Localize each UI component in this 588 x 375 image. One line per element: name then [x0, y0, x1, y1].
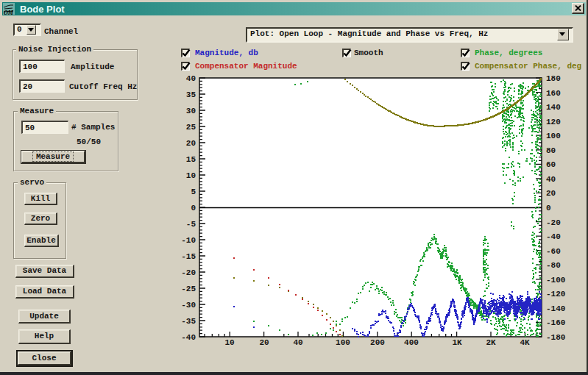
- svg-text:-35: -35: [181, 317, 196, 326]
- svg-text:25: 25: [186, 123, 196, 132]
- svg-text:80: 80: [546, 146, 556, 155]
- svg-text:-10: -10: [181, 236, 196, 245]
- svg-text:-20: -20: [546, 218, 561, 227]
- svg-text:-80: -80: [546, 261, 561, 270]
- svg-text:20: 20: [546, 189, 556, 198]
- svg-text:400: 400: [404, 338, 419, 347]
- svg-text:-5: -5: [186, 220, 196, 229]
- svg-text:-60: -60: [546, 247, 561, 256]
- svg-text:20: 20: [186, 139, 196, 148]
- svg-text:-40: -40: [546, 232, 561, 241]
- svg-text:20: 20: [259, 338, 269, 347]
- svg-text:-120: -120: [546, 290, 565, 299]
- svg-text:-180: -180: [546, 333, 565, 342]
- svg-text:-15: -15: [181, 252, 196, 261]
- svg-text:200: 200: [370, 338, 385, 347]
- svg-text:0: 0: [546, 204, 551, 213]
- svg-text:30: 30: [186, 107, 196, 115]
- svg-text:100: 100: [546, 132, 561, 140]
- svg-text:100: 100: [336, 338, 350, 347]
- svg-text:-30: -30: [181, 301, 196, 310]
- svg-text:-160: -160: [546, 318, 565, 327]
- svg-text:40: 40: [186, 74, 196, 83]
- svg-text:60: 60: [546, 160, 556, 169]
- svg-text:35: 35: [186, 90, 196, 99]
- svg-text:-40: -40: [181, 333, 196, 342]
- svg-text:2K: 2K: [486, 338, 496, 347]
- svg-text:120: 120: [546, 118, 561, 126]
- svg-text:-25: -25: [181, 285, 196, 293]
- svg-text:0: 0: [191, 204, 196, 213]
- svg-text:4K: 4K: [520, 338, 530, 347]
- svg-text:140: 140: [546, 103, 561, 112]
- svg-text:10: 10: [186, 171, 196, 180]
- svg-text:-140: -140: [546, 304, 565, 313]
- svg-text:-100: -100: [546, 276, 565, 285]
- svg-text:40: 40: [546, 175, 556, 184]
- svg-text:1K: 1K: [452, 338, 462, 347]
- svg-text:10: 10: [224, 338, 234, 347]
- svg-text:-20: -20: [181, 268, 196, 277]
- svg-text:180: 180: [546, 74, 561, 83]
- svg-text:15: 15: [186, 155, 196, 164]
- svg-text:40: 40: [293, 338, 302, 347]
- svg-text:5: 5: [191, 188, 196, 196]
- svg-text:160: 160: [546, 89, 561, 98]
